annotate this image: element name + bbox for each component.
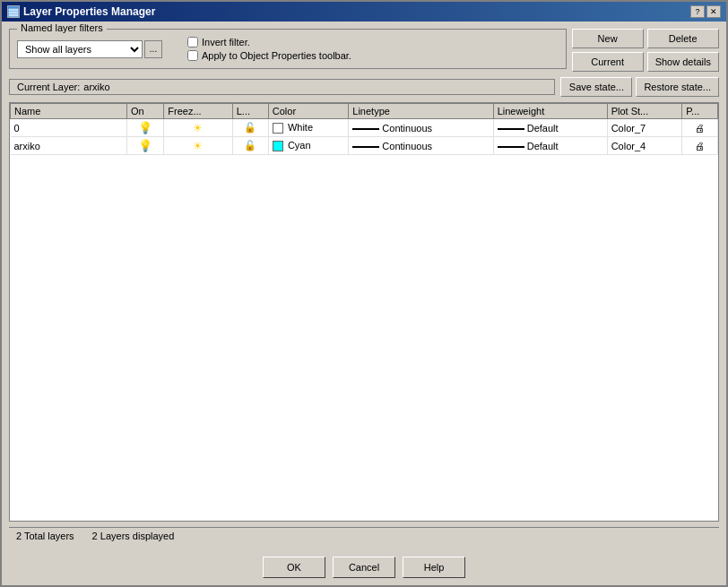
unlock-icon: 🔓	[244, 122, 256, 133]
lineweight-dash	[498, 146, 524, 148]
show-details-button[interactable]: Show details	[647, 52, 719, 72]
table-row[interactable]: 0 💡 ☀ 🔓 White	[11, 119, 718, 137]
ok-button[interactable]: OK	[263, 557, 325, 578]
bottom-buttons: OK Cancel Help	[2, 551, 726, 585]
printer-icon: 🖨	[695, 141, 705, 151]
layer-filter-select[interactable]: Show all layers Show used layers Show un…	[17, 40, 143, 58]
row-0-linetype[interactable]: Continuous	[349, 119, 493, 137]
col-linetype[interactable]: Linetype	[349, 104, 493, 119]
filter-dropdown: Show all layers Show used layers Show un…	[17, 40, 162, 58]
status-bar: 2 Total layers 2 Layers displayed	[9, 527, 719, 544]
row-0-on[interactable]: 💡	[127, 119, 164, 137]
bulb-on-icon: 💡	[138, 139, 152, 152]
new-delete-row: New Delete	[572, 29, 719, 48]
title-buttons: ? ✕	[690, 5, 721, 18]
linetype-label: Continuous	[382, 123, 432, 134]
svg-rect-0	[9, 9, 18, 11]
sun-icon: ☀	[193, 140, 203, 152]
unlock-icon: 🔓	[244, 140, 256, 151]
filter-row: Show all layers Show used layers Show un…	[17, 37, 559, 61]
color-swatch	[273, 123, 283, 134]
row-1-name: arxiko	[11, 137, 127, 155]
col-on[interactable]: On	[127, 104, 164, 119]
svg-rect-1	[9, 12, 18, 13]
row-0-plot-style[interactable]: Color_7	[607, 119, 682, 137]
browse-filter-button[interactable]: ...	[144, 40, 162, 58]
cancel-button[interactable]: Cancel	[333, 557, 395, 578]
current-layer-value: arxiko	[83, 82, 109, 92]
filter-checkboxes: Invert filter. Apply to Object Propertie…	[187, 37, 351, 61]
table-body: 0 💡 ☀ 🔓 White	[11, 119, 718, 155]
window-title: Layer Properties Manager	[23, 5, 155, 18]
linetype-dash	[352, 146, 379, 148]
color-label: White	[288, 122, 313, 133]
color-label: Cyan	[288, 140, 311, 151]
bulb-on-icon: 💡	[138, 121, 152, 134]
current-showdetails-row: Current Show details	[572, 52, 719, 72]
table-header: Name On Freez... L... Color Linetype Lin…	[11, 104, 718, 119]
color-swatch	[273, 141, 283, 151]
linetype-label: Continuous	[382, 141, 432, 151]
save-restore-row: Save state... Restore state...	[560, 77, 719, 97]
help-title-button[interactable]: ?	[690, 5, 705, 18]
invert-filter-checkbox[interactable]	[187, 37, 198, 47]
col-plot[interactable]: P...	[682, 104, 718, 119]
help-button[interactable]: Help	[403, 557, 465, 578]
col-name[interactable]: Name	[11, 104, 127, 119]
row-0-color[interactable]: White	[268, 119, 348, 137]
total-layers: 2 Total layers	[16, 531, 74, 541]
named-layer-filters-group: Named layer filters Show all layers Show…	[9, 29, 567, 69]
title-bar-left: Layer Properties Manager	[7, 5, 155, 18]
save-state-button[interactable]: Save state...	[560, 77, 632, 97]
top-controls: Named layer filters Show all layers Show…	[9, 29, 719, 72]
col-freeze[interactable]: Freez...	[164, 104, 232, 119]
layers-displayed: 2 Layers displayed	[92, 531, 175, 541]
row-1-plot[interactable]: 🖨	[682, 137, 718, 155]
svg-rect-2	[9, 14, 18, 16]
row-0-freeze[interactable]: ☀	[164, 119, 232, 137]
delete-button[interactable]: Delete	[647, 29, 719, 48]
title-bar: Layer Properties Manager ? ✕	[2, 2, 726, 22]
row-0-lock[interactable]: 🔓	[232, 119, 268, 137]
middle-controls: Current Layer: arxiko Save state... Rest…	[9, 77, 719, 97]
row-1-plot-style[interactable]: Color_4	[607, 137, 682, 155]
row-1-lock[interactable]: 🔓	[232, 137, 268, 155]
current-button[interactable]: Current	[572, 52, 644, 72]
apply-to-toolbar-label: Apply to Object Properties toolbar.	[202, 50, 351, 61]
apply-to-toolbar-checkbox[interactable]	[187, 50, 198, 61]
invert-filter-label: Invert filter.	[202, 37, 250, 47]
current-layer-bar: Current Layer: arxiko	[9, 79, 555, 95]
row-0-lineweight[interactable]: Default	[493, 119, 607, 137]
layer-properties-manager-window: Layer Properties Manager ? ✕ Named layer…	[0, 0, 728, 587]
lineweight-dash	[498, 128, 524, 130]
col-lineweight[interactable]: Lineweight	[493, 104, 607, 119]
row-1-lineweight[interactable]: Default	[493, 137, 607, 155]
table-row[interactable]: arxiko 💡 ☀ 🔓 Cyan	[11, 137, 718, 155]
group-legend: Named layer filters	[17, 22, 107, 33]
lineweight-label: Default	[527, 123, 559, 134]
col-plot-style[interactable]: Plot St...	[607, 104, 682, 119]
apply-to-toolbar-row[interactable]: Apply to Object Properties toolbar.	[187, 50, 351, 61]
printer-icon: 🖨	[695, 123, 705, 134]
sun-icon: ☀	[193, 122, 203, 134]
linetype-dash	[352, 128, 379, 130]
row-0-name: 0	[11, 119, 127, 137]
layer-table-container: Name On Freez... L... Color Linetype Lin…	[9, 102, 719, 522]
top-right-buttons: New Delete Current Show details	[572, 29, 719, 72]
row-1-freeze[interactable]: ☀	[164, 137, 232, 155]
col-lock[interactable]: L...	[232, 104, 268, 119]
lineweight-label: Default	[527, 141, 559, 151]
current-layer-label: Current Layer:	[17, 82, 80, 92]
row-0-plot[interactable]: 🖨	[682, 119, 718, 137]
row-1-linetype[interactable]: Continuous	[349, 137, 493, 155]
app-icon	[7, 5, 20, 18]
restore-state-button[interactable]: Restore state...	[636, 77, 719, 97]
close-title-button[interactable]: ✕	[706, 5, 721, 18]
layer-table: Name On Freez... L... Color Linetype Lin…	[10, 103, 718, 155]
new-button[interactable]: New	[572, 29, 644, 48]
row-1-on[interactable]: 💡	[127, 137, 164, 155]
invert-filter-row[interactable]: Invert filter.	[187, 37, 351, 47]
col-color[interactable]: Color	[268, 104, 348, 119]
row-1-color[interactable]: Cyan	[268, 137, 348, 155]
window-body: Named layer filters Show all layers Show…	[2, 22, 726, 551]
